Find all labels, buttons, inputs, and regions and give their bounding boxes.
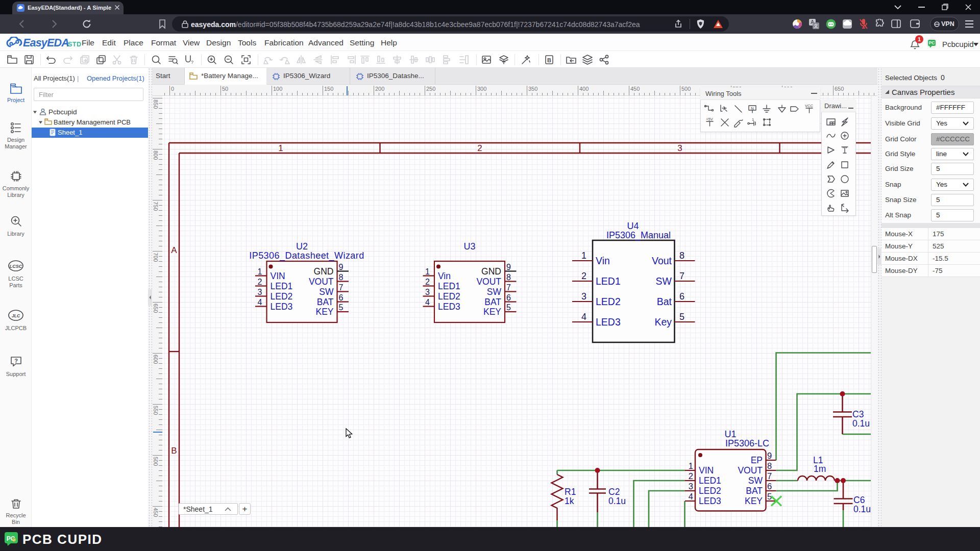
- svg-text:500: 500: [681, 86, 691, 92]
- svg-text:6: 6: [767, 482, 772, 491]
- svg-text:7: 7: [679, 271, 684, 281]
- svg-text:SW: SW: [748, 475, 763, 486]
- svg-text:4: 4: [689, 492, 693, 501]
- svg-text:7: 7: [506, 283, 511, 292]
- svg-text:6: 6: [679, 291, 684, 302]
- svg-text:LED2: LED2: [596, 296, 621, 307]
- svg-text:C2: C2: [608, 487, 620, 497]
- svg-text:8: 8: [679, 251, 684, 261]
- svg-text:8: 8: [339, 273, 344, 282]
- svg-text:PC: PC: [929, 40, 935, 45]
- svg-text:LED1: LED1: [271, 281, 293, 291]
- svg-text:Vin: Vin: [596, 255, 610, 266]
- svg-text:1: 1: [258, 267, 262, 276]
- svg-text:LED3: LED3: [596, 316, 621, 328]
- svg-text:4: 4: [581, 312, 586, 322]
- svg-text:750: 750: [153, 202, 159, 211]
- svg-text:+5V: +5V: [706, 117, 713, 121]
- svg-text:1: 1: [278, 143, 283, 153]
- svg-text:IP5306_Manual: IP5306_Manual: [606, 230, 671, 241]
- svg-text:1: 1: [581, 251, 586, 261]
- svg-text:LED2: LED2: [271, 291, 293, 302]
- svg-text:GND: GND: [481, 266, 501, 277]
- svg-text:LED1: LED1: [699, 475, 721, 486]
- svg-text:LED1: LED1: [596, 276, 621, 287]
- svg-text:1: 1: [689, 461, 693, 470]
- svg-text:SW: SW: [487, 287, 502, 297]
- svg-text:6: 6: [506, 293, 511, 302]
- svg-text:5: 5: [506, 303, 511, 312]
- svg-text:?: ?: [191, 60, 193, 65]
- svg-text:U1: U1: [724, 429, 736, 439]
- svg-text:BAT: BAT: [317, 297, 334, 307]
- svg-text:3: 3: [677, 143, 682, 153]
- svg-text:R1: R1: [565, 487, 576, 497]
- svg-text:LED2: LED2: [438, 291, 460, 302]
- svg-text:300: 300: [477, 86, 486, 92]
- svg-text:B: B: [171, 446, 177, 456]
- svg-text:VOUT: VOUT: [738, 465, 763, 475]
- svg-text:B: B: [547, 57, 551, 63]
- svg-text:BAT: BAT: [484, 297, 501, 307]
- svg-text:9: 9: [339, 263, 344, 271]
- svg-text:IP5306-LC: IP5306-LC: [725, 438, 769, 448]
- svg-text:GND: GND: [314, 266, 334, 277]
- svg-text:C3: C3: [852, 409, 864, 419]
- svg-text:5: 5: [339, 303, 344, 312]
- svg-text:1: 1: [752, 117, 754, 122]
- svg-text:1m: 1m: [814, 464, 826, 474]
- svg-text:100: 100: [273, 86, 282, 92]
- svg-text:SW: SW: [319, 287, 334, 297]
- svg-text:7: 7: [767, 471, 772, 481]
- svg-text:4: 4: [258, 298, 262, 307]
- svg-text:LCSC: LCSC: [10, 264, 22, 269]
- svg-text:1k: 1k: [565, 496, 574, 506]
- svg-text:IP5306_Datasheet_Wizard: IP5306_Datasheet_Wizard: [249, 251, 364, 261]
- svg-text:1: 1: [425, 267, 430, 276]
- svg-text:LED3: LED3: [699, 496, 721, 506]
- svg-text:KEY: KEY: [483, 307, 501, 317]
- svg-text:EP: EP: [751, 455, 763, 465]
- svg-text:650: 650: [153, 304, 159, 313]
- svg-text:VOUT: VOUT: [309, 277, 334, 287]
- svg-text:2: 2: [425, 278, 430, 286]
- svg-text:150: 150: [324, 86, 333, 92]
- svg-text:U3: U3: [463, 241, 475, 252]
- svg-text:2: 2: [689, 471, 693, 481]
- svg-text:LED1: LED1: [438, 281, 460, 291]
- svg-text:LED3: LED3: [438, 302, 460, 312]
- svg-text:2: 2: [477, 143, 482, 153]
- svg-text:Vin: Vin: [438, 271, 451, 281]
- svg-text:Bat: Bat: [657, 296, 672, 307]
- svg-text:0.1u: 0.1u: [608, 496, 626, 506]
- svg-text:0.1u: 0.1u: [852, 418, 870, 429]
- svg-text:LED2: LED2: [699, 486, 721, 496]
- svg-text:350: 350: [528, 86, 537, 92]
- svg-text:8: 8: [506, 273, 511, 282]
- svg-text:7: 7: [339, 283, 344, 292]
- svg-text:600: 600: [153, 355, 159, 364]
- svg-text:5: 5: [679, 312, 684, 322]
- svg-text:9: 9: [506, 263, 511, 271]
- svg-text:400: 400: [579, 86, 589, 92]
- svg-text:A: A: [171, 245, 177, 255]
- svg-text:500: 500: [153, 457, 159, 466]
- svg-text:VOUT: VOUT: [476, 277, 501, 287]
- svg-text:3: 3: [425, 288, 430, 296]
- svg-text:Key: Key: [654, 316, 672, 328]
- svg-text:C6: C6: [853, 495, 865, 505]
- svg-text:U2: U2: [296, 241, 308, 252]
- svg-text:JLC: JLC: [12, 313, 20, 318]
- svg-text:0.1u: 0.1u: [853, 504, 871, 514]
- svg-text:650: 650: [835, 86, 844, 92]
- svg-text:KEY: KEY: [315, 307, 333, 317]
- svg-text:KEY: KEY: [745, 496, 763, 506]
- svg-text:文: 文: [814, 23, 818, 29]
- svg-text:800: 800: [153, 151, 159, 160]
- svg-text:700: 700: [153, 253, 159, 262]
- svg-text:200: 200: [375, 86, 384, 92]
- svg-text:2: 2: [258, 278, 262, 286]
- svg-text:50: 50: [222, 86, 228, 92]
- svg-text:250: 250: [426, 86, 435, 92]
- svg-text:4: 4: [425, 298, 430, 307]
